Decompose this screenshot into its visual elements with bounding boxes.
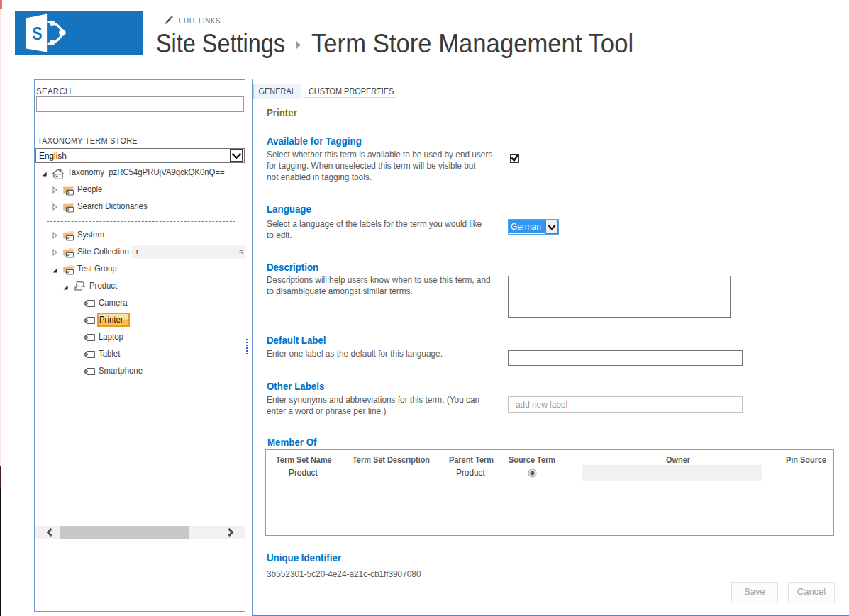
svg-text:S: S bbox=[33, 23, 43, 44]
